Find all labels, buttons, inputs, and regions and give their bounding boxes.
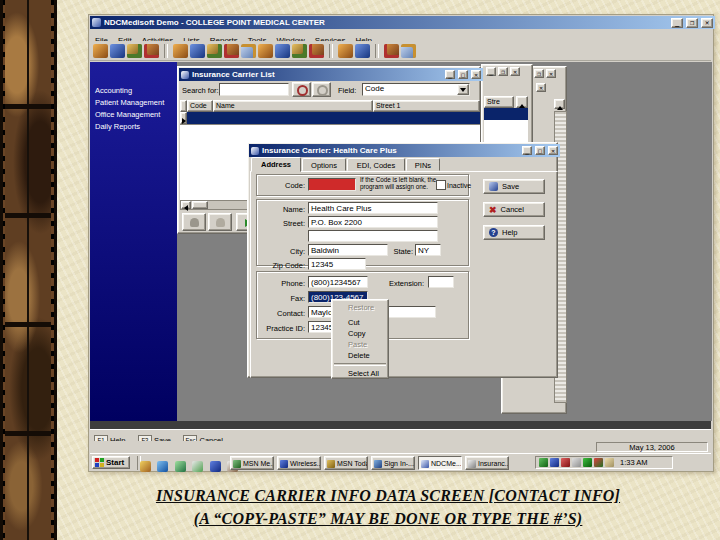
toolbar-icon[interactable] xyxy=(224,44,239,58)
tray-icon[interactable] xyxy=(594,458,603,467)
toolbar-icon[interactable] xyxy=(355,44,370,58)
name-label: Name: xyxy=(268,205,305,214)
maximize-button[interactable]: □ xyxy=(535,146,545,155)
sidebar-item-office-management[interactable]: Office Management xyxy=(95,110,160,119)
quick-launch-icon[interactable] xyxy=(175,461,186,472)
scroll-up-icon[interactable] xyxy=(554,99,565,109)
tab-edi-codes[interactable]: EDI, Codes xyxy=(347,158,405,171)
tray-icon[interactable] xyxy=(583,458,592,467)
quick-launch-icon[interactable] xyxy=(157,461,168,472)
taskbar-task-msn-today[interactable]: MSN Today xyxy=(324,456,368,470)
tab-address[interactable]: Address xyxy=(251,157,301,172)
toolbar-icon[interactable] xyxy=(207,44,222,58)
search-input[interactable] xyxy=(219,83,289,96)
maximize-button[interactable]: □ xyxy=(458,70,468,79)
sidebar-item-patient-management[interactable]: Patient Management xyxy=(95,98,164,107)
scrollbar-thumb[interactable] xyxy=(192,201,208,209)
list-toolbar-button[interactable] xyxy=(182,213,206,231)
street2-field[interactable] xyxy=(308,230,438,242)
toolbar-icon[interactable] xyxy=(241,44,256,58)
context-menu-item-cut[interactable]: Cut xyxy=(332,317,388,328)
phone-field[interactable] xyxy=(308,276,368,288)
context-menu-item-copy[interactable]: Copy xyxy=(332,328,388,339)
close-button[interactable]: ✕ xyxy=(536,83,546,92)
search-button[interactable] xyxy=(292,82,311,97)
code-field[interactable] xyxy=(308,178,356,191)
toolbar-icon[interactable] xyxy=(338,44,353,58)
column-header-street1[interactable]: Street 1 xyxy=(373,100,480,112)
tray-icon[interactable] xyxy=(605,458,614,467)
sidebar-item-accounting[interactable]: Accounting xyxy=(95,86,132,95)
toolbar-icon[interactable] xyxy=(173,44,188,58)
quick-launch-icon[interactable] xyxy=(210,461,221,472)
toolbar-icon[interactable] xyxy=(275,44,290,58)
street-field[interactable] xyxy=(308,216,438,228)
inactive-checkbox[interactable] xyxy=(436,180,446,190)
toolbar-icon[interactable] xyxy=(292,44,307,58)
list-toolbar-button[interactable] xyxy=(208,213,232,231)
scroll-up-icon[interactable] xyxy=(516,96,528,108)
context-menu-item-select-all[interactable]: Select All xyxy=(332,368,388,379)
toolbar-icon[interactable] xyxy=(309,44,324,58)
help-button[interactable]: ? Help xyxy=(483,225,545,240)
close-button[interactable]: ✕ xyxy=(548,146,558,155)
column-header-name[interactable]: Name xyxy=(213,100,373,112)
cancel-button[interactable]: ✖ Cancel xyxy=(483,202,545,217)
restore-button[interactable]: ❐ xyxy=(534,69,544,78)
save-button[interactable]: Save xyxy=(483,179,545,194)
dialog-titlebar[interactable]: Insurance Carrier: Health Care Plus _ □ … xyxy=(249,144,560,157)
close-button[interactable]: ✕ xyxy=(701,18,713,28)
column-header-stre[interactable]: Stre xyxy=(484,96,514,108)
taskbar-clock[interactable]: 1:33 AM xyxy=(620,458,648,467)
taskbar-task-msn-messenger[interactable]: MSN Me... xyxy=(230,456,274,470)
minimize-button[interactable]: _ xyxy=(486,67,496,76)
field-combobox[interactable]: Code xyxy=(362,83,470,96)
combobox-dropdown-button[interactable] xyxy=(457,84,469,95)
restore-button[interactable]: ❐ xyxy=(498,67,508,76)
start-button[interactable]: Start xyxy=(92,456,130,469)
column-header-code[interactable]: Code xyxy=(187,100,213,112)
taskbar-task-wireless[interactable]: Wireless... xyxy=(277,456,321,470)
zip-field[interactable] xyxy=(308,258,366,270)
scroll-left-icon[interactable] xyxy=(181,201,191,209)
toolbar-icon[interactable] xyxy=(190,44,205,58)
toolbar-icon[interactable] xyxy=(384,44,399,58)
toolbar-icon[interactable] xyxy=(144,44,159,58)
close-button[interactable]: ✕ xyxy=(546,69,556,78)
street-label: Street: xyxy=(268,219,305,228)
quick-launch-icon[interactable] xyxy=(192,461,203,472)
taskbar-task-ndcmedisoft-active[interactable]: NDCMe... xyxy=(418,456,462,470)
context-menu-item-delete[interactable]: Delete xyxy=(332,350,388,361)
minimize-button[interactable]: _ xyxy=(522,146,532,155)
quick-launch-icon[interactable] xyxy=(140,461,151,472)
search-label: Search for: xyxy=(182,86,219,95)
tab-options[interactable]: Options xyxy=(302,158,346,171)
sidebar-item-daily-reports[interactable]: Daily Reports xyxy=(95,122,140,131)
state-field[interactable] xyxy=(415,244,441,256)
app-titlebar[interactable]: NDCMedisoft Demo - COLLEGE POINT MEDICAL… xyxy=(90,16,715,29)
person-disabled-icon xyxy=(190,218,199,227)
toolbar-icon[interactable] xyxy=(93,44,108,58)
tab-pins[interactable]: PINs xyxy=(406,158,440,171)
minimize-button[interactable]: _ xyxy=(671,18,683,28)
close-button[interactable]: ✕ xyxy=(510,67,520,76)
tray-icon[interactable] xyxy=(572,458,581,467)
tray-icon[interactable] xyxy=(539,458,548,467)
toolbar-icon[interactable] xyxy=(110,44,125,58)
close-button[interactable]: ✕ xyxy=(471,70,481,79)
tray-icon[interactable] xyxy=(550,458,559,467)
city-field[interactable] xyxy=(308,244,388,256)
toolbar-icon[interactable] xyxy=(401,44,416,58)
taskbar-task-sign-in[interactable]: Sign In-... xyxy=(371,456,415,470)
toolbar-icon[interactable] xyxy=(127,44,142,58)
name-field[interactable] xyxy=(308,202,438,214)
restore-button[interactable]: ❐ xyxy=(686,18,698,28)
clear-search-button[interactable] xyxy=(312,82,331,97)
taskbar-task-insurance[interactable]: Insuranc... xyxy=(465,456,509,470)
selected-grid-row[interactable] xyxy=(187,112,480,124)
minimize-button[interactable]: _ xyxy=(445,70,455,79)
extension-field[interactable] xyxy=(428,276,454,288)
toolbar-icon[interactable] xyxy=(258,44,273,58)
tray-icon[interactable] xyxy=(561,458,570,467)
list-window-titlebar[interactable]: Insurance Carrier List _ □ ✕ xyxy=(179,68,483,81)
